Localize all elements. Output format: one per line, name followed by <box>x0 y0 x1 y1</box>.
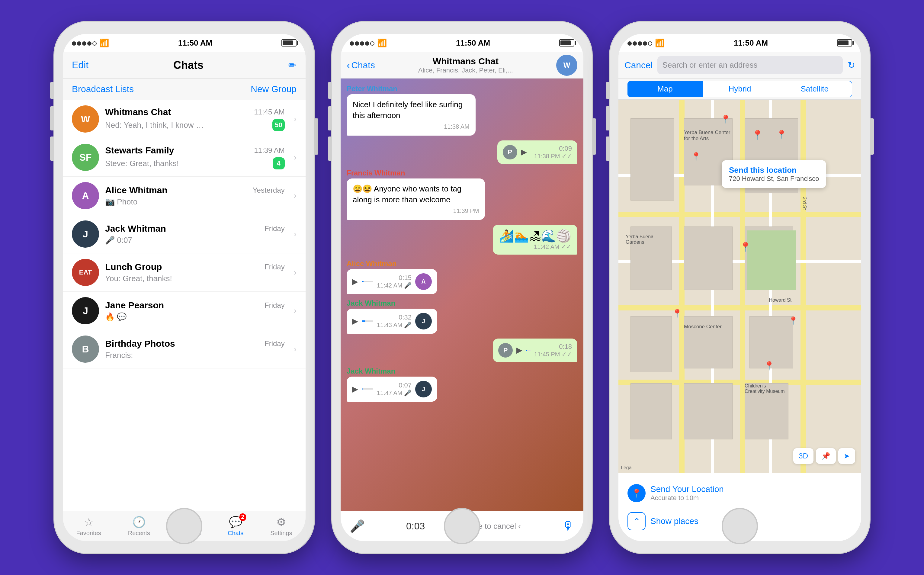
chat-name: Jane Pearson <box>105 300 164 310</box>
map-controls: 3D 📌 ➤ <box>793 448 855 464</box>
map-label-howard-st: Howard St <box>769 297 791 303</box>
message-sender: Peter Whitman <box>347 84 519 93</box>
play-icon[interactable]: ▶ <box>352 316 358 326</box>
volume-up-button[interactable] <box>328 106 332 130</box>
voice-meta: 0:32 11:43 AM 🎤 <box>377 313 411 329</box>
avatar: SF <box>72 144 99 171</box>
tab-recents[interactable]: 🕐 Recents <box>128 516 150 537</box>
play-icon[interactable]: ▶ <box>521 148 527 157</box>
callout-title: Send this location <box>729 165 819 175</box>
show-places-title: Show places <box>651 516 699 526</box>
voice-message-bubble: P ▶ 0:18 11:45 PM ✓✓ <box>493 338 577 362</box>
message-bubble: Nice! I definitely feel like surfing thi… <box>347 94 476 136</box>
signal-strength <box>72 38 97 48</box>
play-icon[interactable]: ▶ <box>516 345 522 355</box>
location-button[interactable]: ➤ <box>838 448 855 464</box>
chat-time: 11:45 AM <box>254 108 284 116</box>
mute-button[interactable] <box>606 82 610 99</box>
home-button[interactable] <box>722 508 758 544</box>
chat-preview: You: Great, thanks! <box>105 274 172 283</box>
message-time: 11:45 PM ✓✓ <box>534 351 572 358</box>
satellite-tab[interactable]: Satellite <box>777 81 852 97</box>
play-icon[interactable]: ▶ <box>352 277 358 286</box>
map-pin-red: 📍 <box>764 361 775 371</box>
voice-avatar: P <box>498 343 513 357</box>
voice-duration: 0:09 <box>559 145 572 152</box>
map-label-yerba-gardens: Yerba BuenaGardens <box>626 234 653 245</box>
tab-settings[interactable]: ⚙ Settings <box>270 516 292 537</box>
tab-chats[interactable]: 💬 2 Chats <box>228 516 243 537</box>
mute-button[interactable] <box>328 82 332 99</box>
message-time: 11:42 AM ✓✓ <box>499 243 571 250</box>
message-time: 11:39 PM <box>353 206 479 215</box>
compose-button[interactable]: ✏ <box>288 59 297 71</box>
mute-button[interactable] <box>50 82 54 99</box>
battery-icon <box>281 39 297 46</box>
chat-time: Friday <box>265 301 285 310</box>
tab-label: Chats <box>228 530 243 537</box>
power-button[interactable] <box>314 118 318 155</box>
hybrid-tab[interactable]: Hybrid <box>703 81 778 97</box>
building <box>630 118 674 200</box>
waveform <box>526 350 530 351</box>
message-text: 🏄🏊🏖🌊🏐 <box>499 229 571 243</box>
chat-item[interactable]: SF Stewarts Family 11:39 AM Steve: Great… <box>63 138 306 177</box>
status-bar: 📶 11:50 AM <box>63 34 306 52</box>
map-pin-red: 📍 <box>776 130 787 140</box>
chat-item[interactable]: W Whitmans Chat 11:45 AM Ned: Yeah, I th… <box>63 100 306 138</box>
battery-icon <box>837 39 852 46</box>
signal-strength <box>627 38 653 48</box>
broadcast-lists-link[interactable]: Broadcast Lists <box>72 84 134 94</box>
new-group-button[interactable]: New Group <box>251 84 297 94</box>
tab-favorites[interactable]: ☆ Favorites <box>76 516 101 537</box>
volume-down-button[interactable] <box>50 137 54 160</box>
send-location-title: Send Your Location <box>651 484 852 494</box>
chat-item[interactable]: EAT Lunch Group Friday You: Great, thank… <box>63 253 306 292</box>
back-label: Chats <box>351 60 375 70</box>
refresh-button[interactable]: ↻ <box>848 60 855 70</box>
search-placeholder: Search or enter an address <box>662 60 757 70</box>
chat-item[interactable]: B Birthday Photos Friday Francis: › <box>63 330 306 369</box>
page-title: Chats <box>173 59 203 71</box>
home-button[interactable] <box>166 508 202 544</box>
volume-up-button[interactable] <box>606 106 610 130</box>
play-icon[interactable]: ▶ <box>352 384 358 394</box>
cancel-button[interactable]: Cancel <box>624 60 653 70</box>
map-pin-red: 📍 <box>740 241 751 252</box>
message-item: Francis Whitman 😄😆 Anyone who wants to t… <box>347 169 531 220</box>
search-bar[interactable]: Search or enter an address <box>657 56 843 74</box>
chat-preview: Ned: Yeah, I think, I know wh... <box>105 121 208 130</box>
mic-icon[interactable]: 🎙 <box>562 519 574 533</box>
volume-down-button[interactable] <box>606 137 610 160</box>
map-label-3rd-st: 3rd St <box>802 197 807 210</box>
chat-nav: ‹ Chats Whitmans Chat Alice, Francis, Ja… <box>341 52 583 78</box>
chat-item[interactable]: A Alice Whitman Yesterday 📷 Photo › <box>63 177 306 215</box>
power-button[interactable] <box>870 118 874 155</box>
voice-message-bubble: P ▶ 0:09 11:38 PM ✓✓ <box>497 140 577 164</box>
volume-up-button[interactable] <box>50 106 54 130</box>
send-location-button[interactable]: 📍 Send Your Location Accurate to 10m <box>627 479 852 507</box>
building <box>684 383 733 439</box>
chevron-right-icon: › <box>294 152 297 162</box>
voice-duration: 0:32 <box>398 313 411 321</box>
power-button[interactable] <box>592 118 596 155</box>
map-tab[interactable]: Map <box>627 81 703 97</box>
edit-button[interactable]: Edit <box>72 59 89 71</box>
chat-item[interactable]: J Jack Whitman Friday 🎤 0:07 › <box>63 215 306 253</box>
voice-avatar: A <box>415 273 432 290</box>
volume-down-button[interactable] <box>328 137 332 160</box>
pin-button[interactable]: 📌 <box>816 448 836 464</box>
voice-message-bubble: ▶ 0:07 11:47 AM 🎤 J <box>347 376 437 402</box>
chat-name: Birthday Photos <box>105 338 175 349</box>
3d-button[interactable]: 3D <box>793 448 813 464</box>
chat-preview: 📷 Photo <box>105 197 137 206</box>
voice-meta: 0:15 11:42 AM 🎤 <box>377 274 411 289</box>
chat-item[interactable]: J Jane Pearson Friday 🔥 💬 › <box>63 292 306 330</box>
location-callout[interactable]: Send this location 720 Howard St, San Fr… <box>722 160 826 188</box>
group-avatar[interactable]: W <box>556 55 577 76</box>
chat-time: Friday <box>265 224 285 233</box>
back-button[interactable]: ‹ Chats <box>347 59 375 71</box>
map-view[interactable]: Yerba Buena Centerfor the Arts 3rd St Ho… <box>618 100 861 473</box>
home-button[interactable] <box>444 508 480 544</box>
recording-time: 0:03 <box>406 521 425 532</box>
